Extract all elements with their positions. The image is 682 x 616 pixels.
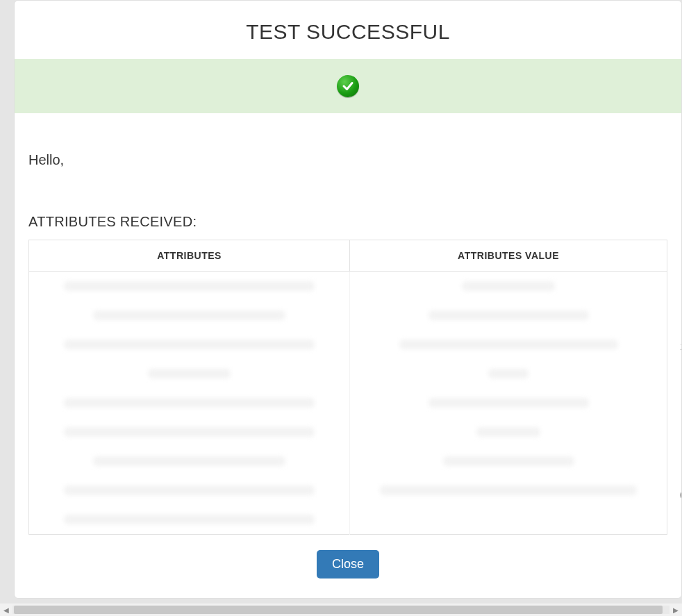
scroll-right-arrow-icon[interactable]: ▶	[669, 603, 682, 616]
attr-value-redacted	[350, 476, 667, 505]
attr-value-redacted	[350, 388, 667, 417]
attr-name-redacted	[29, 272, 350, 301]
attr-value-redacted	[350, 301, 667, 330]
attr-value-redacted	[350, 447, 667, 476]
col-header-attributes-value: ATTRIBUTES VALUE	[350, 240, 667, 272]
attr-name-redacted	[29, 505, 350, 535]
success-banner	[15, 59, 681, 113]
greeting-text: Hello,	[28, 152, 667, 168]
attr-name-redacted	[29, 359, 350, 388]
col-header-attributes: ATTRIBUTES	[29, 240, 350, 272]
attr-value-redacted	[350, 330, 667, 359]
attr-value-redacted	[350, 505, 667, 535]
attr-value-redacted	[350, 359, 667, 388]
close-button[interactable]: Close	[317, 550, 379, 578]
attr-name-redacted	[29, 330, 350, 359]
table-row	[29, 417, 667, 447]
attr-value-redacted	[350, 272, 667, 301]
success-check-icon	[337, 75, 359, 97]
attr-name-redacted	[29, 301, 350, 330]
attributes-heading: ATTRIBUTES RECEIVED:	[28, 214, 667, 230]
page-title: TEST SUCCESSFUL	[15, 20, 681, 44]
table-row	[29, 447, 667, 476]
table-row	[29, 388, 667, 417]
table-row	[29, 476, 667, 505]
table-row	[29, 505, 667, 535]
attr-name-redacted	[29, 447, 350, 476]
table-row	[29, 330, 667, 359]
attributes-table: ATTRIBUTES ATTRIBUTES VALUE	[28, 240, 667, 535]
attr-value-redacted	[350, 417, 667, 447]
scrollbar-thumb[interactable]	[14, 606, 663, 614]
test-result-panel: TEST SUCCESSFUL Hello, ATTRIBUTES RECEIV…	[14, 0, 682, 599]
table-row	[29, 301, 667, 330]
attr-name-redacted	[29, 388, 350, 417]
attr-name-redacted	[29, 417, 350, 447]
horizontal-scrollbar[interactable]: ◀ ▶	[0, 603, 682, 616]
scroll-left-arrow-icon[interactable]: ◀	[0, 603, 13, 616]
table-row	[29, 272, 667, 301]
table-row	[29, 359, 667, 388]
attr-name-redacted	[29, 476, 350, 505]
scrollbar-track[interactable]	[13, 606, 669, 614]
